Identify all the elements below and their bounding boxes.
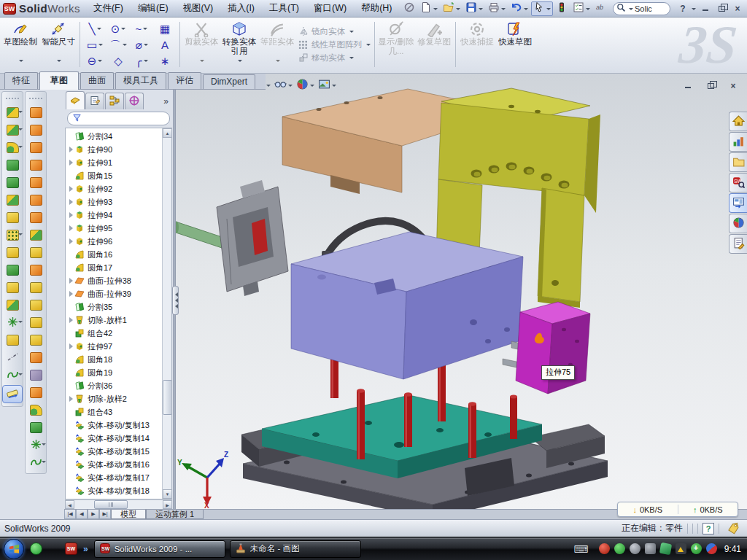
expand-arrow[interactable] — [68, 291, 74, 297]
task-button-2[interactable]: 未命名 - 画图 — [230, 540, 361, 558]
circle-tool-button[interactable]: ⊙ — [107, 20, 129, 36]
task-button-1[interactable]: SWSolidWorks 2009 - ... — [94, 540, 225, 558]
app-close-button[interactable]: × — [731, 3, 744, 14]
warning-tray-icon[interactable] — [676, 543, 686, 554]
curves-dropdown-arrow[interactable] — [18, 321, 23, 325]
surface-helix-dropdown-arrow[interactable] — [42, 461, 46, 465]
thicken-button[interactable] — [26, 245, 45, 260]
search-input[interactable]: Solic — [635, 4, 664, 13]
panel-overflow-button[interactable]: » — [163, 96, 171, 109]
extruded-surface-button[interactable] — [26, 140, 45, 155]
tree-item[interactable]: 实体-移动/复制15 — [66, 445, 162, 458]
system-gear-tray-icon[interactable] — [630, 543, 640, 554]
boundary-surface-button[interactable] — [26, 175, 45, 190]
new-document-button[interactable] — [418, 1, 440, 16]
sketch-dropdown[interactable] — [19, 60, 23, 64]
tab-DimXpert[interactable]: DimXpert — [203, 74, 255, 89]
tab-草图[interactable]: 草图 — [39, 71, 79, 90]
new-document-dropdown-arrow[interactable] — [433, 8, 438, 12]
untrim-surface-button[interactable] — [26, 332, 45, 348]
feature-manager-tab[interactable] — [66, 91, 85, 109]
slot-dropdown-arrow[interactable] — [98, 60, 102, 64]
tree-item[interactable]: 拉伸97 — [66, 340, 162, 353]
select-button[interactable] — [531, 1, 553, 16]
tree-item[interactable]: 实体-移动/复制17 — [66, 471, 162, 484]
pin-button[interactable] — [401, 1, 417, 16]
search-scope-dropdown[interactable] — [629, 8, 633, 12]
tree-item[interactable]: 切除-放样2 — [66, 392, 162, 405]
smart-dimension-dropdown[interactable] — [57, 60, 61, 64]
reference-axis-button[interactable] — [3, 350, 22, 365]
trim-surface-button[interactable] — [26, 350, 45, 365]
dome-button[interactable] — [26, 420, 45, 435]
sheet-nav-4[interactable]: ▶| — [99, 510, 111, 519]
lofted-boss-button[interactable] — [3, 175, 22, 190]
antivirus-red-tray-icon[interactable] — [599, 543, 610, 554]
tree-item[interactable]: 圆角17 — [66, 261, 162, 274]
rib-button[interactable] — [3, 245, 22, 260]
tree-item[interactable]: 圆角16 — [66, 248, 162, 261]
extruded-boss-base-dropdown-arrow[interactable] — [18, 111, 23, 115]
helix-spiral-dropdown-arrow[interactable] — [18, 373, 23, 378]
model-tab-运动算例 1[interactable]: 运动算例 1 — [146, 510, 204, 519]
expand-arrow[interactable] — [68, 160, 74, 166]
surface-curves-dropdown-arrow[interactable] — [42, 443, 46, 448]
expand-arrow[interactable] — [68, 199, 74, 205]
replace-face-button[interactable] — [26, 298, 45, 313]
tree-item[interactable]: 曲面-拉伸39 — [66, 287, 162, 300]
network-speed-widget[interactable]: ↓ 0KB/S ↑ 0KB/S — [617, 502, 738, 517]
menu-item-2[interactable]: 编辑(E) — [131, 0, 176, 17]
line-tool-button[interactable]: ╲ — [84, 20, 106, 36]
messenger-quicklaunch-icon[interactable] — [30, 542, 42, 555]
tree-item[interactable]: 圆角19 — [66, 366, 162, 379]
help-button[interactable]: ? — [676, 3, 689, 14]
slide-unit[interactable] — [176, 180, 288, 296]
tree-item[interactable]: 拉伸96 — [66, 235, 162, 248]
measure-button[interactable] — [2, 385, 23, 403]
expand-arrow[interactable] — [68, 396, 74, 402]
doc-minimize-button[interactable] — [681, 80, 694, 91]
ruled-surface-button[interactable] — [26, 368, 45, 383]
tree-item[interactable]: 分割34 — [66, 130, 162, 143]
sketch-button[interactable]: 草图绘制 — [1, 19, 39, 70]
options-button[interactable] — [570, 1, 592, 16]
health-tray-icon[interactable] — [691, 543, 702, 554]
apply-scene-dropdown-arrow[interactable] — [332, 85, 336, 89]
tree-item[interactable]: 实体-移动/复制14 — [66, 432, 162, 445]
rectangle-dropdown-arrow[interactable] — [98, 44, 103, 48]
appearances-scenes-tab[interactable] — [729, 214, 747, 233]
mold-assembly-model[interactable]: Y Z X — [176, 74, 747, 509]
expand-arrow[interactable] — [68, 278, 74, 284]
tree-item[interactable]: 分割36 — [66, 379, 162, 392]
text-tool-button[interactable]: A — [154, 36, 176, 52]
quick-tips-button[interactable]: ? — [703, 523, 714, 534]
doc-restore-button[interactable] — [704, 80, 717, 91]
menu-item-6[interactable]: 窗口(W) — [306, 0, 354, 17]
tree-item[interactable]: 圆角18 — [66, 353, 162, 366]
sketch-fillet-tool-button[interactable]: ╭ — [131, 52, 152, 69]
print-dropdown-arrow[interactable] — [501, 8, 506, 12]
fillet-surface-button[interactable] — [26, 402, 45, 418]
scroll-up-button[interactable]: ▲ — [163, 128, 172, 138]
blocked-tray-icon[interactable] — [706, 543, 717, 554]
solidworks-search-tab[interactable]: SW — [729, 173, 747, 192]
hide-show-items-button[interactable] — [274, 77, 293, 93]
undo-button[interactable] — [508, 1, 530, 16]
view-palette-tab[interactable] — [729, 193, 747, 213]
tree-item[interactable]: 拉伸93 — [66, 195, 162, 209]
menu-item-5[interactable]: 工具(T) — [262, 0, 306, 17]
tree-filter-input[interactable] — [67, 112, 170, 125]
spline-dropdown-arrow[interactable] — [143, 28, 147, 32]
circle-dropdown-arrow[interactable] — [121, 28, 125, 32]
expand-arrow[interactable] — [68, 212, 74, 218]
antivirus-green-tray-icon[interactable] — [614, 543, 625, 554]
swept-boss-button[interactable] — [3, 158, 22, 173]
fillet-dropdown-arrow[interactable] — [18, 146, 23, 150]
draft-button[interactable] — [3, 262, 22, 278]
line-dropdown-arrow[interactable] — [97, 28, 101, 32]
tree-item[interactable]: 曲面-拉伸38 — [66, 274, 162, 287]
save-button[interactable] — [463, 1, 485, 16]
quick-launch-overflow[interactable]: » — [83, 544, 88, 554]
display-manager-tab[interactable] — [125, 93, 144, 109]
转换实体引用-button[interactable]: 转换实体引用 — [220, 19, 258, 70]
